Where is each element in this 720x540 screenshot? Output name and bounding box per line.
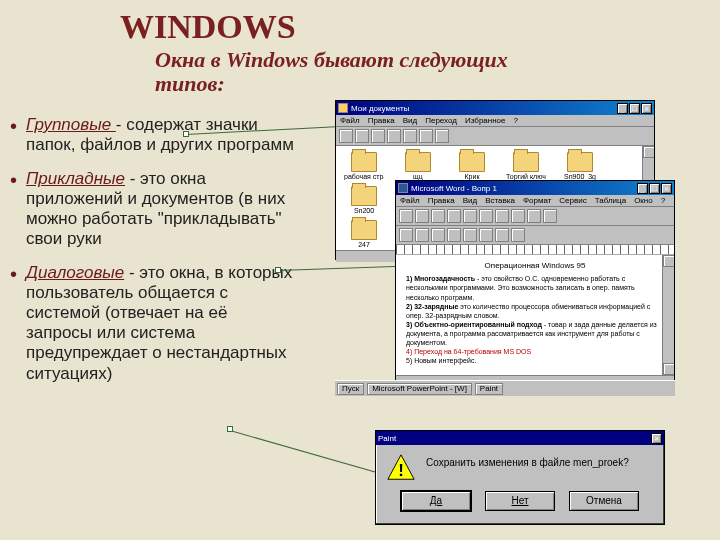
word-document[interactable]: Операционная Windows 95 1) Многозадачнос…	[396, 255, 674, 375]
toolbar-button[interactable]	[371, 129, 385, 143]
explorer-menubar[interactable]: Файл Правка Вид Переход Избранное ?	[336, 115, 654, 127]
toolbar-button[interactable]	[399, 209, 413, 223]
toolbar-button[interactable]	[463, 228, 477, 242]
toolbar-button[interactable]	[511, 228, 525, 242]
page-title: WINDOWS	[120, 8, 296, 46]
menu-item[interactable]: Окно	[634, 196, 653, 205]
toolbar-button[interactable]	[495, 228, 509, 242]
folder-item[interactable]: 247	[344, 220, 384, 248]
doc-paragraph: 2) 32-зарядные это количество процессора…	[406, 302, 664, 320]
maximize-button[interactable]: □	[629, 103, 640, 114]
menu-item[interactable]: Сервис	[559, 196, 586, 205]
svg-text:!: !	[398, 461, 404, 480]
folder-item[interactable]: Торгий ключ	[506, 152, 546, 180]
word-titlebar[interactable]: Microsoft Word - Вопр 1 _ □ ×	[396, 181, 674, 195]
folder-icon	[351, 220, 377, 240]
connector-line	[230, 430, 384, 475]
toolbar-button[interactable]	[479, 209, 493, 223]
word-toolbar-2	[396, 226, 674, 245]
doc-paragraph: 4) Переход на 64-требования MS DOS	[406, 347, 664, 356]
menu-item[interactable]: ?	[514, 116, 518, 125]
toolbar-button[interactable]	[339, 129, 353, 143]
explorer-titlebar[interactable]: Мои документы _ □ ×	[336, 101, 654, 115]
maximize-button[interactable]: □	[649, 183, 660, 194]
folder-icon	[567, 152, 593, 172]
menu-item[interactable]: Таблица	[595, 196, 626, 205]
yes-button[interactable]: Да	[401, 491, 471, 511]
toolbar-button[interactable]	[543, 209, 557, 223]
folder-icon	[351, 186, 377, 206]
folder-label: Крик	[452, 173, 492, 180]
folder-icon	[338, 103, 348, 113]
close-button[interactable]: ×	[651, 433, 662, 444]
no-button[interactable]: Нет	[485, 491, 555, 511]
toolbar-button[interactable]	[399, 228, 413, 242]
folder-item[interactable]: Sn900_3g	[560, 152, 600, 180]
toolbar-button[interactable]	[415, 209, 429, 223]
taskbar-item[interactable]: Microsoft PowerPoint - [W]	[367, 383, 472, 395]
menu-item[interactable]: Файл	[400, 196, 420, 205]
bullet-item: Диалоговые - это окна, в которых пользов…	[8, 263, 298, 383]
doc-paragraph: 3) Объектно-ориентированный подход - тов…	[406, 320, 664, 347]
menu-item[interactable]: Файл	[340, 116, 360, 125]
bullet-term: Диалоговые	[26, 263, 124, 282]
doc-title: Операционная Windows 95	[406, 261, 664, 271]
connector-handle	[275, 267, 281, 273]
doc-paragraph: 1) Многозадачность - это свойство О.С. о…	[406, 274, 664, 301]
toolbar-button[interactable]	[355, 129, 369, 143]
folder-label: Торгий ключ	[506, 173, 546, 180]
toolbar-button[interactable]	[419, 129, 433, 143]
word-icon	[398, 183, 408, 193]
folder-label: 247	[344, 241, 384, 248]
toolbar-button[interactable]	[403, 129, 417, 143]
toolbar-button[interactable]	[431, 228, 445, 242]
menu-item[interactable]: Вид	[403, 116, 417, 125]
cancel-button[interactable]: Отмена	[569, 491, 639, 511]
folder-item[interactable]: Крик	[452, 152, 492, 180]
menu-item[interactable]: Вид	[463, 196, 477, 205]
word-menubar[interactable]: Файл Правка Вид Вставка Формат Сервис Та…	[396, 195, 674, 207]
toolbar-button[interactable]	[527, 209, 541, 223]
minimize-button[interactable]: _	[637, 183, 648, 194]
folder-icon	[405, 152, 431, 172]
scrollbar[interactable]	[662, 255, 674, 375]
warning-icon: !	[386, 453, 416, 483]
folder-item[interactable]: рабочая стра	[344, 152, 384, 180]
minimize-button[interactable]: _	[617, 103, 628, 114]
menu-item[interactable]: Правка	[368, 116, 395, 125]
menu-item[interactable]: Избранное	[465, 116, 506, 125]
toolbar-button[interactable]	[511, 209, 525, 223]
toolbar-button[interactable]	[387, 129, 401, 143]
bullet-item: Групповые - содержат значки папок, файло…	[8, 115, 298, 155]
folder-icon	[513, 152, 539, 172]
folder-item[interactable]: Sn200	[344, 186, 384, 214]
taskbar[interactable]: Пуск Microsoft PowerPoint - [W] Paint	[335, 380, 675, 396]
close-button[interactable]: ×	[661, 183, 672, 194]
toolbar-button[interactable]	[463, 209, 477, 223]
toolbar-button[interactable]	[435, 129, 449, 143]
menu-item[interactable]: Правка	[428, 196, 455, 205]
menu-item[interactable]: Переход	[425, 116, 457, 125]
start-button[interactable]: Пуск	[337, 383, 364, 395]
ruler[interactable]	[396, 245, 674, 255]
dialog-window: Paint × ! Сохранить изменения в файле me…	[375, 430, 665, 525]
bullet-term: Прикладные	[26, 169, 125, 188]
page-subtitle: Окна в Windows бывают следующих типов:	[155, 48, 535, 96]
toolbar-button[interactable]	[479, 228, 493, 242]
menu-item[interactable]: Формат	[523, 196, 551, 205]
toolbar-button[interactable]	[447, 228, 461, 242]
folder-label: Sn900_3g	[560, 173, 600, 180]
bullet-list: Групповые - содержат значки папок, файло…	[8, 115, 298, 398]
dialog-titlebar[interactable]: Paint ×	[376, 431, 664, 445]
folder-icon	[351, 152, 377, 172]
word-toolbar	[396, 207, 674, 226]
taskbar-item[interactable]: Paint	[475, 383, 503, 395]
close-button[interactable]: ×	[641, 103, 652, 114]
folder-item[interactable]: щц	[398, 152, 438, 180]
menu-item[interactable]: ?	[661, 196, 665, 205]
toolbar-button[interactable]	[415, 228, 429, 242]
menu-item[interactable]: Вставка	[485, 196, 515, 205]
toolbar-button[interactable]	[447, 209, 461, 223]
toolbar-button[interactable]	[495, 209, 509, 223]
toolbar-button[interactable]	[431, 209, 445, 223]
